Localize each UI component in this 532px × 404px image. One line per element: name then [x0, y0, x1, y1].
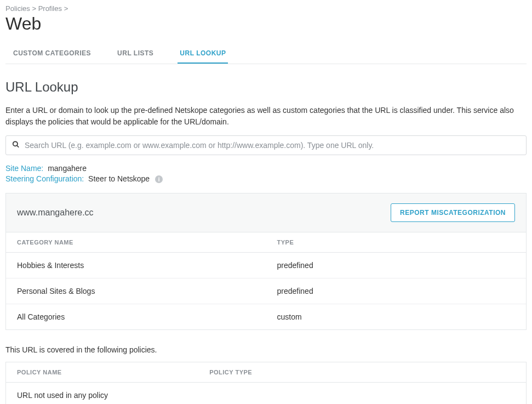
col-policy-name: POLICY NAME: [6, 362, 198, 383]
category-name: Personal Sites & Blogs: [6, 278, 266, 304]
category-name: All Categories: [6, 304, 266, 330]
site-name-value: mangahere: [48, 164, 87, 173]
breadcrumb-profiles[interactable]: Profiles: [38, 4, 62, 13]
site-name-row: Site Name: mangahere: [5, 164, 527, 173]
steering-value: Steer to Netskope: [88, 174, 150, 183]
col-policy-type: POLICY TYPE: [198, 362, 526, 383]
col-category-name: CATEGORY NAME: [6, 232, 266, 253]
category-type: predefined: [266, 253, 527, 278]
category-type: custom: [266, 304, 527, 330]
result-panel: www.mangahere.cc REPORT MISCATEGORIZATIO…: [5, 193, 527, 330]
result-domain: www.mangahere.cc: [17, 208, 94, 218]
col-type: TYPE: [266, 232, 527, 253]
policies-intro: This URL is covered in the following pol…: [5, 345, 527, 354]
policies-empty: URL not used in any policy: [6, 383, 526, 404]
tab-custom-categories[interactable]: CUSTOM CATEGORIES: [11, 44, 93, 64]
steering-row: Steering Configuration: Steer to Netskop…: [5, 174, 527, 183]
search-icon: [12, 141, 20, 150]
site-name-label: Site Name:: [5, 164, 43, 173]
table-row: Hobbies & Interests predefined: [6, 253, 526, 278]
breadcrumb: Policies > Profiles >: [5, 4, 527, 13]
steering-label: Steering Configuration:: [5, 174, 84, 183]
category-name: Hobbies & Interests: [6, 253, 266, 278]
breadcrumb-sep: >: [32, 4, 36, 13]
search-container: [5, 135, 527, 155]
tab-url-lookup[interactable]: URL LOOKUP: [178, 44, 228, 64]
tabs: CUSTOM CATEGORIES URL LISTS URL LOOKUP: [5, 44, 527, 64]
report-miscategorization-button[interactable]: REPORT MISCATEGORIZATION: [391, 203, 515, 222]
breadcrumb-policies[interactable]: Policies: [5, 4, 30, 13]
info-icon[interactable]: i: [155, 175, 163, 183]
category-type: predefined: [266, 278, 527, 304]
table-row: URL not used in any policy: [6, 383, 526, 404]
policies-table: POLICY NAME POLICY TYPE URL not used in …: [6, 362, 526, 404]
page-title: Web: [5, 14, 527, 34]
svg-point-0: [13, 141, 18, 146]
categories-table: CATEGORY NAME TYPE Hobbies & Interests p…: [6, 232, 526, 329]
tab-url-lists[interactable]: URL LISTS: [115, 44, 156, 64]
svg-line-1: [17, 145, 19, 147]
table-row: All Categories custom: [6, 304, 526, 330]
policies-panel: POLICY NAME POLICY TYPE URL not used in …: [5, 362, 527, 404]
search-input[interactable]: [5, 135, 527, 155]
result-panel-header: www.mangahere.cc REPORT MISCATEGORIZATIO…: [6, 194, 526, 232]
breadcrumb-sep: >: [64, 4, 68, 13]
table-row: Personal Sites & Blogs predefined: [6, 278, 526, 304]
section-title: URL Lookup: [5, 79, 527, 95]
intro-text: Enter a URL or domain to look up the pre…: [5, 105, 527, 128]
